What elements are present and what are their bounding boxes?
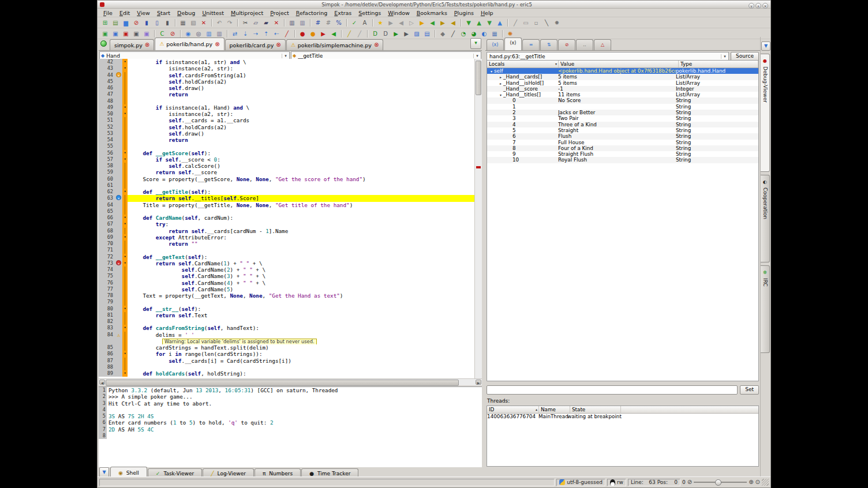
calltip-icon[interactable]: ╱ (511, 18, 520, 27)
fold-line[interactable] (122, 299, 128, 305)
shell-line-7[interactable]: 72D AS AH 5S 4C (99, 426, 482, 433)
scrollbar-thumb[interactable] (476, 61, 481, 95)
code-line-69[interactable]: 69▾ except AttributeError: (99, 234, 475, 241)
fold-marker-icon[interactable]: ▾ (122, 189, 128, 195)
marker-margin[interactable] (115, 292, 122, 299)
close-icon[interactable]: ⊗ (276, 42, 280, 48)
menu-help[interactable]: Help (477, 10, 497, 16)
locals-row-3[interactable]: 3Two PairString (487, 115, 758, 121)
code-line-77[interactable]: 77 self.CardName(5) (99, 286, 475, 292)
expander-icon[interactable]: ▾ (489, 69, 494, 74)
expander-icon[interactable]: ▸ (498, 81, 503, 86)
zoom-slider[interactable] (694, 479, 747, 486)
marker-margin[interactable] (115, 299, 122, 305)
fold-line[interactable] (122, 364, 128, 370)
code-line-54[interactable]: 54 return (99, 137, 475, 143)
menu-plugins[interactable]: Plugins (451, 10, 477, 16)
marker-margin[interactable] (115, 254, 122, 260)
locals-row-1[interactable]: 1String (487, 104, 758, 110)
fold-line[interactable] (122, 241, 128, 247)
copy-icon[interactable]: ▱ (251, 18, 260, 27)
maximize-button[interactable]: ∧ (755, 3, 761, 9)
next-task-icon[interactable]: ▼ (464, 18, 473, 27)
code-line-85[interactable]: 85 cardStrings = handText.split(delim) (99, 344, 475, 351)
marker-margin[interactable] (115, 117, 122, 123)
code-line-47[interactable]: 47 return (99, 91, 475, 97)
marker-margin[interactable] (115, 318, 122, 325)
menu-multiproject[interactable]: Multiproject (227, 10, 267, 16)
column-header-value[interactable]: Value (559, 61, 679, 67)
locals-row-self[interactable]: ▾self<pokerlib.hand.Hand object at 0x7f6… (487, 68, 758, 74)
exceptions-tab[interactable]: △ (594, 39, 611, 50)
shell-line-2[interactable]: 2>>> A simple poker game... (99, 393, 482, 400)
shell-line-3[interactable]: 3Hit Ctrl-C at any time to abort. (99, 400, 482, 407)
call-trace-tab[interactable]: ⇅ (540, 39, 558, 50)
menu-refactoring[interactable]: Refactoring (293, 10, 331, 16)
marker-margin[interactable] (115, 124, 122, 130)
column-header-name[interactable]: Name (539, 406, 570, 413)
marker-margin[interactable] (115, 143, 122, 149)
code-line-78[interactable]: 78 Text = property(__getText, None, None… (99, 292, 475, 299)
locals-row-5[interactable]: 5StraightString (487, 127, 758, 133)
local-variables-tab[interactable]: (x) (504, 37, 522, 50)
code-line-74[interactable]: 74 self.CardName(2) + " " + \ (99, 266, 475, 273)
marker-margin[interactable] (115, 176, 122, 182)
fold-line[interactable] (122, 137, 128, 143)
code-line-65[interactable]: 65 (99, 208, 475, 215)
slider-handle[interactable] (715, 479, 721, 486)
fold-marker-icon[interactable]: ▾ (122, 221, 128, 227)
marker-margin[interactable] (115, 286, 122, 292)
shade-button[interactable]: ∨ (749, 3, 754, 9)
code-line-42[interactable]: 42▾ if isinstance(a1, str) and \ (99, 59, 475, 65)
code-line-83[interactable]: 83▾ def cardsFromString(self, handText): (99, 325, 475, 331)
fold-line[interactable] (122, 182, 128, 189)
call-stack-tab[interactable]: ≡ (522, 39, 540, 50)
code-line-50[interactable]: 50▾ isinstance(a2, str): (99, 111, 475, 117)
delete-icon[interactable]: ✕ (272, 18, 281, 27)
code-line-48[interactable]: 48 (99, 98, 475, 104)
code-line-46[interactable]: 46 self.draw() (99, 85, 475, 91)
code-line-87[interactable]: 87 self.__cards[i] = Card(cardStrings[i]… (99, 358, 475, 364)
marker-margin[interactable] (115, 156, 122, 163)
marker-margin[interactable] (115, 364, 122, 370)
redo-icon[interactable]: ↷ (225, 18, 234, 27)
menu-unittest[interactable]: Unittest (199, 10, 227, 16)
menu-project[interactable]: Project (267, 10, 293, 16)
code-line-67[interactable]: 67▾ try: (99, 221, 475, 227)
code-line-82[interactable]: 82 (99, 318, 475, 325)
filter-icon[interactable]: ▼ (761, 42, 770, 51)
marker-margin[interactable] (115, 169, 122, 175)
bookmark-next-icon[interactable]: ▶ (386, 18, 395, 27)
zoom-in-icon[interactable]: ⊕ (749, 479, 753, 486)
marker-margin[interactable] (115, 163, 122, 169)
resize-grip[interactable] (762, 479, 769, 486)
fold-line[interactable] (122, 78, 128, 85)
scroll-right-arrow-icon[interactable]: ▶ (476, 380, 481, 385)
paste-icon[interactable]: ▰ (261, 18, 271, 27)
scrollbar-thumb[interactable] (106, 380, 459, 386)
fold-line[interactable] (122, 332, 128, 338)
marker-margin[interactable] (115, 91, 122, 97)
marker-margin[interactable] (115, 137, 122, 143)
shell-line-8[interactable]: 8 (99, 433, 482, 439)
save-icon[interactable]: ▮ (142, 18, 151, 27)
editor-tab-simpok-py[interactable]: simpok.py⊗ (110, 39, 154, 50)
code-line-79[interactable]: 79 (99, 299, 475, 305)
code-line-81[interactable]: 81 return self.Text (99, 312, 475, 318)
fold-marker-icon[interactable]: ▾ (122, 104, 128, 111)
fold-marker-icon[interactable]: ▾ (122, 65, 128, 72)
marker-margin[interactable] (115, 111, 122, 117)
current-breakpoint-icon[interactable]: ✕ (116, 195, 121, 200)
code-line-72[interactable]: 72▾ def __getText(self): (99, 254, 475, 260)
marker-margin[interactable] (115, 266, 122, 273)
marker-margin[interactable] (115, 344, 122, 351)
fold-marker-icon[interactable]: ▾ (122, 59, 128, 65)
editor-vertical-scrollbar[interactable] (474, 59, 482, 378)
editor-horizontal-scrollbar[interactable]: ◀ ▶ (99, 378, 482, 385)
locals-row--hand-titles-[interactable]: ▾_Hand__titles[]11 itemsList/Array (487, 92, 758, 97)
expander-icon[interactable]: ▸ (498, 74, 503, 80)
fold-line[interactable] (122, 344, 128, 351)
column-header-state[interactable]: State (570, 406, 621, 413)
code-line-62[interactable]: 62▾ def __getTitle(self): (99, 189, 475, 195)
marker-margin[interactable] (115, 312, 122, 318)
